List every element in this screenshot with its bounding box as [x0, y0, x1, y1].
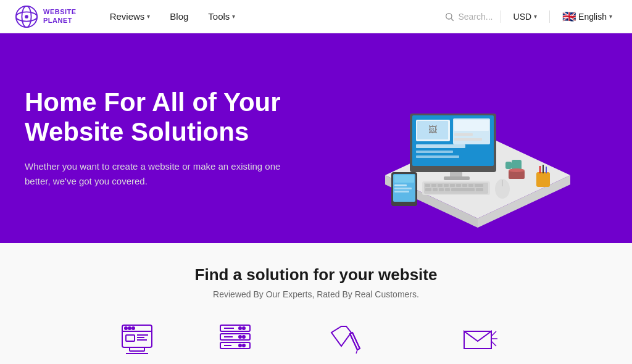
svg-rect-53 — [536, 172, 550, 187]
svg-rect-19 — [454, 133, 473, 136]
svg-point-74 — [239, 336, 241, 338]
chevron-down-icon: ▾ — [147, 13, 150, 20]
svg-rect-36 — [439, 188, 444, 191]
currency-label: USD — [514, 12, 532, 22]
svg-marker-85 — [464, 331, 491, 349]
search-box[interactable]: Search... — [444, 12, 493, 22]
search-icon — [444, 12, 454, 22]
website-builders-icon — [117, 319, 157, 358]
web-hosting-icon — [215, 319, 255, 358]
svg-rect-26 — [431, 184, 436, 187]
solutions-section: Find a solution for your website Reviewe… — [0, 243, 632, 364]
language-selector[interactable]: 🇬🇧 English ▾ — [557, 7, 617, 26]
divider — [501, 10, 501, 23]
svg-rect-14 — [416, 144, 465, 148]
svg-point-67 — [132, 327, 135, 329]
svg-rect-50 — [515, 163, 522, 169]
hero-title: Home For All of Your Website Solutions — [25, 88, 315, 147]
svg-rect-39 — [476, 188, 483, 191]
svg-marker-83 — [350, 333, 360, 350]
svg-rect-15 — [416, 151, 453, 153]
svg-rect-47 — [394, 191, 409, 192]
svg-point-72 — [239, 327, 241, 329]
svg-rect-38 — [451, 188, 475, 191]
svg-rect-16 — [416, 155, 459, 158]
svg-rect-45 — [394, 184, 407, 186]
svg-rect-29 — [450, 184, 455, 187]
svg-point-73 — [243, 336, 245, 338]
svg-rect-44 — [394, 175, 414, 183]
svg-rect-20 — [454, 138, 482, 141]
nav-links: Reviews ▾ Blog Tools ▾ — [100, 0, 428, 33]
svg-point-71 — [243, 327, 245, 329]
divider — [549, 10, 550, 23]
svg-rect-63 — [130, 347, 144, 351]
email-marketing-icon — [458, 319, 497, 358]
svg-rect-37 — [445, 188, 450, 191]
logo-text: WEBSITE PLANET — [43, 8, 77, 24]
solutions-title: Find a solution for your website — [12, 265, 620, 284]
svg-rect-30 — [456, 184, 461, 187]
chevron-down-icon: ▾ — [609, 13, 612, 20]
svg-point-75 — [243, 344, 245, 347]
logo-icon — [15, 5, 38, 28]
svg-rect-27 — [438, 184, 443, 187]
svg-rect-18 — [454, 120, 489, 131]
nav-item-reviews[interactable]: Reviews ▾ — [100, 0, 160, 33]
currency-selector[interactable]: USD ▾ — [509, 9, 543, 24]
svg-marker-80 — [331, 326, 351, 346]
svg-line-5 — [451, 19, 454, 21]
solution-web-hosting[interactable]: Web Hosting — [209, 319, 261, 364]
svg-rect-34 — [425, 188, 431, 191]
hero-section: Home For All of Your Website Solutions W… — [0, 33, 632, 243]
logo[interactable]: WEBSITE PLANET — [15, 5, 77, 28]
chevron-down-icon: ▾ — [232, 13, 235, 20]
solution-logo-design[interactable]: Logo Design Services — [299, 319, 389, 364]
logo-design-icon — [324, 319, 364, 358]
svg-point-52 — [509, 168, 525, 172]
solutions-subtitle: Reviewed By Our Experts, Rated By Real C… — [12, 289, 620, 299]
svg-rect-49 — [505, 162, 512, 169]
solutions-grid: Website Builders Web Hosting — [12, 319, 620, 364]
hero-illustration: 🖼 — [348, 52, 620, 237]
svg-rect-25 — [425, 184, 430, 187]
solution-website-builders[interactable]: Website Builders — [102, 319, 172, 364]
svg-rect-59 — [126, 335, 135, 341]
lang-label: English — [578, 12, 607, 22]
nav-item-tools[interactable]: Tools ▾ — [198, 0, 245, 33]
svg-rect-10 — [444, 176, 470, 180]
svg-rect-31 — [462, 184, 467, 187]
svg-point-65 — [125, 327, 127, 329]
flag-icon: 🇬🇧 — [562, 10, 576, 23]
svg-point-4 — [446, 13, 452, 19]
nav-right: Search... USD ▾ 🇬🇧 English ▾ — [444, 7, 617, 26]
svg-point-66 — [128, 327, 131, 329]
hero-subtitle: Whether you want to create a website or … — [25, 159, 284, 189]
navbar: WEBSITE PLANET Reviews ▾ Blog Tools ▾ Se… — [0, 0, 632, 33]
svg-rect-28 — [444, 184, 449, 187]
svg-rect-32 — [468, 184, 473, 187]
svg-rect-35 — [433, 188, 438, 191]
chevron-down-icon: ▾ — [534, 13, 537, 20]
svg-line-84 — [356, 350, 357, 354]
svg-point-3 — [25, 15, 28, 19]
svg-rect-33 — [475, 184, 483, 187]
solution-email-marketing[interactable]: Email Marketing Services — [426, 319, 530, 364]
desk-svg: 🖼 — [348, 52, 607, 231]
svg-point-76 — [239, 344, 241, 347]
svg-rect-46 — [394, 188, 412, 189]
svg-text:🖼: 🖼 — [428, 125, 437, 134]
nav-item-blog[interactable]: Blog — [160, 0, 198, 33]
search-placeholder: Search... — [458, 12, 493, 22]
hero-content: Home For All of Your Website Solutions W… — [0, 88, 339, 189]
